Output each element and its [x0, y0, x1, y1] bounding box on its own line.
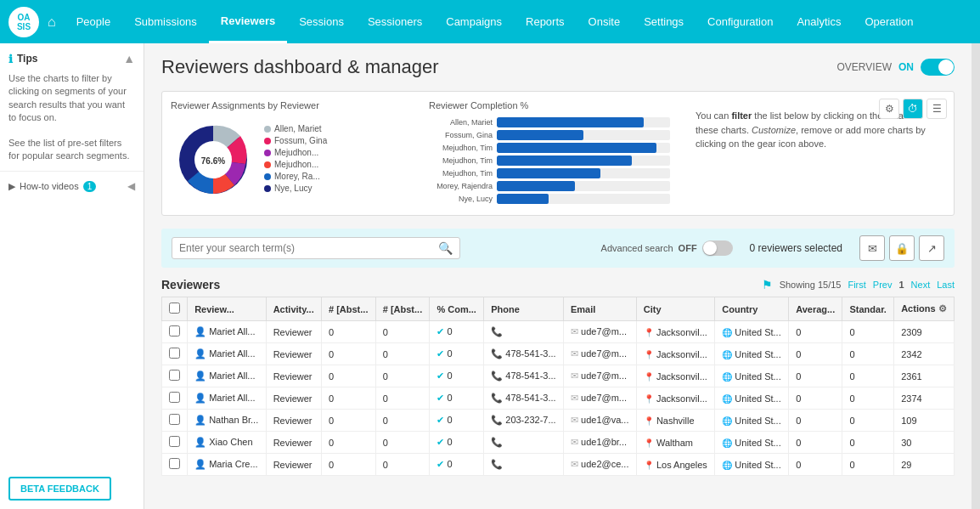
- row-activity-2: Reviewer: [266, 365, 321, 387]
- row-activity-1: Reviewer: [266, 343, 321, 365]
- advanced-search-toggle[interactable]: [702, 240, 733, 256]
- chart-view-button[interactable]: ⏱: [903, 99, 923, 119]
- col-avg[interactable]: Averag...: [789, 297, 842, 321]
- row-name-5: 👤Xiao Chen: [188, 432, 267, 454]
- email-action-button[interactable]: ✉: [859, 235, 885, 261]
- row-select-3[interactable]: [169, 392, 180, 403]
- row-checkbox-2: [162, 365, 188, 387]
- list-view-button[interactable]: ☰: [926, 99, 947, 119]
- nav-item-sessions[interactable]: Sessions: [287, 0, 356, 43]
- nav-item-operation[interactable]: Operation: [853, 0, 925, 43]
- videos-collapse-icon[interactable]: ◀: [127, 180, 135, 192]
- row-email-6: ✉ ude2@ce...: [564, 454, 637, 476]
- row-abs2-2: 0: [375, 365, 430, 387]
- legend-dot-5: [264, 185, 271, 192]
- row-select-0[interactable]: [169, 325, 180, 337]
- beta-feedback-button[interactable]: BETA FEEDBACK: [8, 477, 111, 501]
- current-page: 1: [898, 280, 904, 290]
- row-phone-1: 📞 478-541-3...: [484, 343, 564, 365]
- overview-toggle-switch[interactable]: [921, 59, 955, 76]
- overview-on-label: ON: [898, 61, 914, 73]
- svg-text:76.6%: 76.6%: [201, 156, 225, 166]
- adv-toggle-thumb: [703, 241, 717, 255]
- table-row: 👤Maria Cre... Reviewer 0 0 ✔ 0 📞 ✉ ude2@…: [162, 454, 955, 476]
- home-icon[interactable]: ⌂: [48, 14, 56, 30]
- bar-row-6: Nye, Lucy: [429, 194, 670, 204]
- nav-item-reports[interactable]: Reports: [514, 0, 577, 43]
- gear-button[interactable]: ⚙: [879, 99, 899, 119]
- row-checkbox-1: [162, 343, 188, 365]
- legend-item-0: Allen, Mariet: [264, 124, 327, 133]
- select-all-checkbox[interactable]: [169, 303, 180, 314]
- nav-item-configuration[interactable]: Configuration: [696, 0, 785, 43]
- row-checkbox-4: [162, 410, 188, 432]
- main-content: Reviewers dashboard & manager OVERVIEW O…: [144, 43, 972, 509]
- nav-item-analytics[interactable]: Analytics: [785, 0, 853, 43]
- scrollbar[interactable]: [972, 43, 980, 509]
- toggle-thumb: [938, 59, 954, 75]
- row-select-6[interactable]: [169, 458, 180, 469]
- col-phone[interactable]: Phone: [484, 297, 564, 321]
- col-email[interactable]: Email: [564, 297, 637, 321]
- col-activity[interactable]: Activity...: [266, 297, 321, 321]
- legend-item-2: Mejudhon...: [264, 148, 327, 157]
- nav-item-people[interactable]: People: [65, 0, 122, 43]
- row-country-2: 🌐 United St...: [715, 365, 789, 387]
- row-select-4[interactable]: [169, 414, 180, 425]
- video-icon: ▶: [8, 181, 15, 192]
- col-reviewer[interactable]: Review...: [188, 297, 267, 321]
- bar-chart-section: Reviewer Completion % Allen, Mariet Foss…: [429, 100, 670, 206]
- row-activity-5: Reviewer: [266, 432, 321, 454]
- row-avg-6: 0: [789, 454, 842, 476]
- row-comp-2: ✔ 0: [430, 365, 484, 387]
- row-comp-4: ✔ 0: [430, 410, 484, 432]
- nav-item-sessioners[interactable]: Sessioners: [356, 0, 434, 43]
- prev-page-button[interactable]: Prev: [873, 280, 893, 290]
- row-select-1[interactable]: [169, 348, 180, 359]
- row-abs2-1: 0: [375, 343, 430, 365]
- table-row: 👤Xiao Chen Reviewer 0 0 ✔ 0 📞 ✉ ude1@br.…: [162, 432, 955, 454]
- col-city[interactable]: City: [636, 297, 714, 321]
- row-avg-4: 0: [789, 410, 842, 432]
- last-page-button[interactable]: Last: [937, 280, 955, 290]
- col-country[interactable]: Country: [715, 297, 789, 321]
- nav-item-campaigns[interactable]: Campaigns: [434, 0, 514, 43]
- row-select-2[interactable]: [169, 370, 180, 381]
- row-country-6: 🌐 United St...: [715, 454, 789, 476]
- col-abst1[interactable]: # [Abst...: [322, 297, 376, 321]
- row-avg-5: 0: [789, 432, 842, 454]
- next-page-button[interactable]: Next: [911, 280, 931, 290]
- nav-item-reviewers[interactable]: Reviewers: [209, 0, 287, 43]
- search-input[interactable]: [179, 242, 438, 254]
- row-id-1: 2342: [894, 343, 955, 365]
- col-comp[interactable]: % Com...: [430, 297, 484, 321]
- export-action-button[interactable]: ↗: [919, 235, 944, 261]
- top-navigation: OASIS ⌂ People Submissions Reviewers Ses…: [0, 0, 980, 43]
- first-page-button[interactable]: First: [848, 280, 865, 290]
- row-abs1-6: 0: [322, 454, 376, 476]
- col-std[interactable]: Standar.: [842, 297, 894, 321]
- col-checkbox: [162, 297, 188, 321]
- nav-item-onsite[interactable]: Onsite: [577, 0, 633, 43]
- row-std-4: 0: [842, 410, 894, 432]
- row-id-5: 30: [894, 432, 955, 454]
- col-abst2[interactable]: # [Abst...: [375, 297, 430, 321]
- row-std-5: 0: [842, 432, 894, 454]
- row-std-3: 0: [842, 387, 894, 410]
- bar-row-1: Fossum, Gina: [429, 130, 670, 140]
- chart-legend: Allen, Mariet Fossum, Gina Mejudhon...: [264, 124, 327, 195]
- nav-item-settings[interactable]: Settings: [632, 0, 696, 43]
- search-icon[interactable]: 🔍: [438, 241, 453, 255]
- row-comp-5: ✔ 0: [430, 432, 484, 454]
- tips-title: ℹ Tips: [8, 53, 37, 65]
- row-city-5: 📍 Waltham: [636, 432, 714, 454]
- tips-collapse-button[interactable]: ▲: [123, 52, 135, 65]
- row-select-5[interactable]: [169, 436, 180, 447]
- sidebar-tips-section: ℹ Tips ▲ Use the charts to filter by cli…: [0, 43, 144, 172]
- lock-action-button[interactable]: 🔒: [889, 235, 915, 261]
- sidebar-videos-section[interactable]: ▶ How-to videos 1 ◀: [0, 172, 144, 201]
- actions-gear-icon[interactable]: ⚙: [938, 303, 947, 314]
- row-phone-3: 📞 478-541-3...: [484, 387, 564, 410]
- row-comp-6: ✔ 0: [430, 454, 484, 476]
- nav-item-submissions[interactable]: Submissions: [122, 0, 209, 43]
